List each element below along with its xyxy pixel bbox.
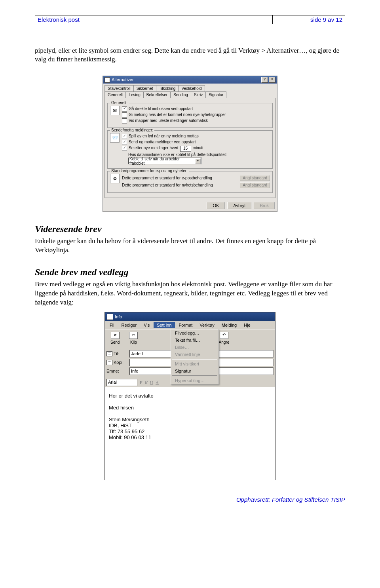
opt-label: Send og motta meldinger ved oppstart [129, 140, 196, 144]
group-label-send: Sende/motta meldinger: [110, 128, 154, 132]
help-button[interactable]: ? [261, 77, 268, 83]
close-button[interactable]: × [269, 77, 276, 83]
group-icon: ✉ [110, 106, 120, 115]
address-book-icon[interactable]: ☰ [106, 351, 112, 356]
opt-label: Spill av en lyd når en ny melding mottas [129, 134, 199, 138]
compose-titlebar: Info [105, 312, 275, 321]
cut-button[interactable]: ✂Klip [125, 331, 142, 345]
dd-separator [172, 375, 217, 376]
tab-signatur[interactable]: Signatur [205, 91, 226, 98]
set-default-button[interactable]: Angi standard [240, 175, 270, 181]
address-book-icon[interactable]: ☰ [106, 360, 112, 365]
dd-bilde[interactable]: Bilde… [171, 344, 218, 351]
checkbox[interactable]: ✓ [122, 146, 127, 151]
dd-separator [172, 359, 217, 360]
menu-sett-inn[interactable]: Sett inn [154, 322, 175, 328]
tab-row-bottom: Generelt Lesing Bekreftelser Sending Skr… [103, 91, 277, 98]
menu-hjelp[interactable]: Hje [241, 322, 254, 328]
checkbox[interactable]: ✓ [122, 140, 127, 145]
checkbox[interactable] [122, 112, 127, 118]
group-icon: 📨 [110, 133, 120, 143]
cut-icon: ✂ [129, 332, 138, 339]
group-send-motta: Sende/motta meldinger: 📨 ✓Spill av en ly… [107, 130, 273, 169]
undo-label: Angre [219, 340, 230, 344]
page-footer: Opphavsrett: Forfatter og Stiftelsen TIS… [35, 496, 345, 503]
section-body-videresende: Enkelte ganger kan du ha behov for å vid… [35, 237, 345, 255]
compose-window: Info Fil Rediger Vis Sett inn Format Ver… [104, 312, 276, 480]
menu-format[interactable]: Format [176, 322, 196, 328]
dd-hyperkobling[interactable]: Hyperkobling… [171, 377, 218, 384]
standard-label: Dette programmet er standard for e-postb… [122, 176, 238, 180]
checkbox[interactable]: ✓ [122, 107, 127, 112]
section-heading-videresende: Videresende brev [35, 224, 345, 234]
cut-label: Klip [130, 340, 137, 344]
menu-fil[interactable]: Fil [106, 322, 118, 328]
bold-icon[interactable]: F [140, 380, 142, 385]
undo-icon: ↶ [220, 332, 228, 339]
underline-icon[interactable]: U [150, 380, 153, 385]
group-label-standard: Standardprogrammer for e-post og nyheter… [110, 169, 189, 173]
tab-row-top: Stavekontroll Sikkerhet Tilkobling Vedli… [103, 84, 277, 91]
menu-rediger[interactable]: Rediger [118, 322, 140, 328]
editor-line: IDB, HiST [109, 422, 271, 428]
dialog-icon [104, 77, 110, 83]
tab-tilkobling[interactable]: Tilkobling [156, 85, 179, 91]
dialog-title: Alternativer [112, 77, 134, 82]
editor-line: Mobil: 90 06 03 11 [109, 434, 271, 440]
opt-label: Vis mapper med uleste meldinger automati… [129, 118, 208, 123]
ok-button[interactable]: OK [207, 202, 225, 209]
apply-button[interactable]: Bruk [254, 202, 275, 209]
offline-dropdown[interactable]: Koble til selv når du arbeider frakoblet… [128, 158, 202, 164]
send-button[interactable]: ➤Send [106, 331, 124, 345]
dd-visittkort[interactable]: Mitt visittkort [171, 360, 218, 367]
dd-filvedlegg[interactable]: Filvedlegg… [171, 329, 218, 337]
tab-skriv[interactable]: Skriv [191, 91, 206, 98]
standard-label: Dette programmet er standard for nyhetsb… [122, 183, 238, 187]
font-color-icon[interactable]: A [156, 380, 159, 385]
editor-line: Med hilsen [109, 405, 271, 411]
cancel-button[interactable]: Avbryt [227, 202, 251, 209]
menubar: Fil Rediger Vis Sett inn Format Verktøy … [105, 321, 275, 329]
sett-inn-dropdown: Filvedlegg… Tekst fra fil… Bilde… Vannre… [171, 329, 219, 384]
header-left: Elektronisk post [35, 15, 272, 24]
subject-label: Emne: [106, 369, 127, 373]
editor-line: Her er det vi avtalte [109, 393, 271, 399]
menu-melding[interactable]: Melding [218, 322, 240, 328]
checkbox[interactable]: ✓ [122, 134, 127, 139]
menu-verktoy[interactable]: Verktøy [196, 322, 217, 328]
group-icon: ⚙ [110, 174, 120, 183]
tab-stavekontroll[interactable]: Stavekontroll [104, 85, 134, 91]
message-body[interactable]: Her er det vi avtalte Med hilsen Stein M… [105, 387, 275, 480]
send-label: Send [110, 340, 120, 344]
offline-label: Hvis datamaskinen ikke er koblet til på … [128, 152, 227, 157]
interval-input[interactable]: 15 [180, 146, 191, 152]
dd-vannrett-linje[interactable]: Vannrett linje [171, 351, 218, 358]
header-right: side 9 av 12 [272, 15, 345, 24]
dd-tekst-fra-fil[interactable]: Tekst fra fil… [171, 337, 218, 344]
section-heading-vedlegg: Sende brev med vedlegg [35, 267, 345, 278]
options-dialog: Alternativer ? × Stavekontroll Sikkerhet… [103, 76, 277, 212]
section-body-vedlegg: Brev med vedlegg er også en viktig basis… [35, 280, 345, 307]
tab-lesing[interactable]: Lesing [125, 91, 143, 98]
dd-signatur[interactable]: Signatur [171, 367, 218, 375]
tab-vedlikehold[interactable]: Vedlikehold [178, 85, 205, 91]
menu-vis[interactable]: Vis [141, 322, 153, 328]
set-default-button[interactable]: Angi standard [240, 182, 270, 188]
compose-title: Info [115, 314, 122, 319]
opt-label: Gi melding hvis det er kommet noen nye n… [129, 112, 226, 117]
page-header: Elektronisk post side 9 av 12 [35, 15, 345, 24]
tab-generelt[interactable]: Generelt [104, 91, 126, 98]
italic-icon[interactable]: K [145, 380, 148, 385]
font-selector[interactable]: Arial [106, 379, 137, 386]
intro-paragraph: pipelyd, eller et lite symbol som endrer… [35, 46, 345, 64]
opt-label: Se etter nye meldinger hvert [129, 146, 179, 150]
tab-sending[interactable]: Sending [170, 91, 191, 98]
tab-bekreftelser[interactable]: Bekreftelser [143, 91, 171, 98]
group-standard: Standardprogrammer for e-post og nyheter… [107, 171, 273, 193]
editor-line: Stein Meisingseth [109, 417, 271, 422]
to-label: Til: [114, 351, 119, 356]
tab-sikkerhet[interactable]: Sikkerhet [133, 85, 156, 91]
send-icon: ➤ [111, 332, 120, 339]
editor-line: Tlf: 73 55 95 62 [109, 428, 271, 434]
checkbox[interactable] [122, 118, 127, 124]
